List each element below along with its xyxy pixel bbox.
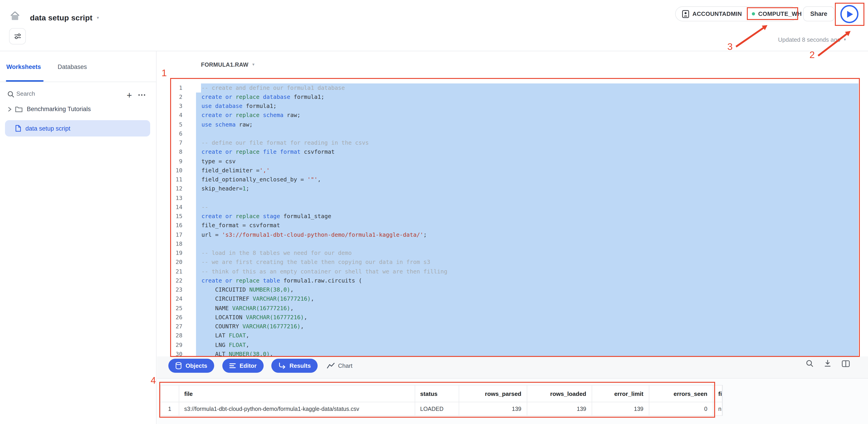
objects-button[interactable]: Objects [168,359,214,373]
database-cylinder-icon [175,362,182,369]
line-number: 7 [170,138,182,148]
search-input[interactable] [16,90,107,97]
chart-tab[interactable]: Chart [327,359,352,373]
code-line[interactable]: CIRCUITREF VARCHAR(16777216), [196,295,859,304]
code-token: NAME [202,304,232,311]
download-icon[interactable] [824,360,831,367]
code-token: url = [202,231,222,238]
code-token: COUNTRY [202,323,243,330]
code-token: formula1; [290,93,324,100]
code-line[interactable]: COUNTRY VARCHAR(16777216), [196,322,859,331]
code-line[interactable]: LNG FLOAT, [196,340,859,350]
code-line[interactable] [196,129,859,138]
database-context-label: FORMULA1.RAW [201,62,248,68]
table-header-cell[interactable]: status [415,386,459,402]
code-token: , [246,341,249,348]
session-context-pill: ACCOUNTADMIN COMPUTE_WH [675,6,798,21]
code-line[interactable]: LAT FLOAT, [196,331,859,340]
results-button[interactable]: Results [271,359,318,373]
code-line[interactable]: create or replace schema raw; [196,111,859,120]
code-token: field_delimiter = [202,167,259,174]
split-columns-icon[interactable] [842,360,850,367]
table-header-cell[interactable]: rows_parsed [459,386,527,402]
code-line[interactable]: url = 's3://formula1-dbt-cloud-python-de… [196,230,859,239]
code-line[interactable]: file_format = csvformat [196,221,859,230]
code-token: -- we are first creating the table then … [202,259,430,265]
table-cell: s3://formula1-dbt-cloud-python-demo/form… [179,402,415,416]
table-header-cell[interactable]: errors_seen [649,386,713,402]
run-button[interactable] [840,5,859,23]
database-context-selector[interactable]: FORMULA1.RAW ▼ [201,62,255,68]
code-line[interactable]: -- [196,203,859,212]
chart-label: Chart [338,362,352,369]
sql-code-editor[interactable]: -- create and define our formula1 databa… [196,83,859,359]
table-header-cell[interactable]: rows_loaded [527,386,592,402]
code-line[interactable]: type = csv [196,157,859,166]
code-line[interactable]: field_optionally_enclosed_by = '"', [196,175,859,184]
code-token: use database [202,102,243,109]
code-line[interactable] [196,239,859,249]
code-token: replace [236,112,259,119]
code-line[interactable]: create or replace stage formula1_stage [196,212,859,221]
add-worksheet-button[interactable]: + [123,89,135,101]
sidebar-item-folder[interactable]: Benchmarking Tutorials [0,102,157,116]
code-token: ',' [259,167,270,174]
line-number: 1 [170,83,182,93]
filters-button[interactable] [9,28,26,44]
code-token: table [259,277,280,284]
code-line[interactable]: -- define our file format for reading in… [196,138,859,148]
code-line[interactable]: NAME VARCHAR(16777216), [196,303,859,313]
code-line[interactable] [196,193,859,203]
line-number: 12 [170,184,182,194]
table-header-cell[interactable]: error_limit [592,386,649,402]
role-selector[interactable]: ACCOUNTADMIN [676,10,742,18]
sidebar-more-button[interactable] [138,94,145,96]
warehouse-selector[interactable]: COMPUTE_WH [747,10,802,17]
code-line[interactable]: field_delimiter =',' [196,166,859,175]
code-token: formula1.raw.circuits ( [280,277,362,284]
code-line[interactable]: skip_header=1; [196,184,859,194]
share-button[interactable]: Share [803,6,834,21]
chevron-down-icon: ▼ [843,38,847,41]
code-token: 's3://formula1-dbt-cloud-python-demo/for… [222,231,423,238]
tab-worksheets[interactable]: Worksheets [6,64,41,70]
line-number: 27 [170,322,182,331]
table-cell: 139 [527,402,592,416]
code-line[interactable]: create or replace file format csvformat [196,148,859,157]
code-line[interactable]: -- load in the 8 tables we need for our … [196,249,859,258]
code-token: -- [202,204,208,210]
code-token: , [290,286,293,293]
editor-label: Editor [240,362,256,369]
code-line[interactable]: use schema raw; [196,120,859,129]
code-line[interactable]: CIRCUITID NUMBER(38,0), [196,285,859,295]
top-header: data setup script ▼ ACCOU [0,0,868,51]
code-token: formula1_stage [280,213,331,220]
sidebar-tabs: Worksheets Databases [0,64,156,81]
sidebar-item-worksheet-selected[interactable]: data setup script [5,120,150,136]
line-number: 5 [170,120,182,129]
warehouse-status-dot [752,12,755,15]
search-results-icon[interactable] [806,360,813,367]
code-token: replace [236,149,259,155]
code-token: FLOAT [229,332,246,339]
code-token: schema [259,112,283,119]
objects-label: Objects [186,362,207,369]
tab-databases[interactable]: Databases [58,64,87,70]
code-line[interactable]: -- create and define our formula1 databa… [196,83,859,93]
table-header-cell[interactable]: fi [713,386,722,402]
table-header-row: filestatusrows_parsedrows_loadederror_li… [161,386,722,402]
code-line[interactable]: -- we are first creating the table then … [196,258,859,267]
code-token: ALT [202,351,229,357]
table-header-cell[interactable] [161,386,179,402]
code-line[interactable]: create or replace database formula1; [196,93,859,102]
home-button[interactable] [8,9,22,23]
editor-button[interactable]: Editor [222,359,264,373]
code-line[interactable]: use database formula1; [196,102,859,111]
updated-status[interactable]: Updated 8 seconds ago ▼ [744,36,847,43]
code-line[interactable]: create or replace table formula1.raw.cir… [196,276,859,286]
code-line[interactable]: -- think of this as an empty container o… [196,267,859,276]
code-line[interactable]: LOCATION VARCHAR(16777216), [196,313,859,322]
code-token: NUMBER(38,0) [229,351,270,357]
worksheet-title-menu[interactable]: data setup script ▼ [30,13,100,23]
table-header-cell[interactable]: file [179,386,415,402]
